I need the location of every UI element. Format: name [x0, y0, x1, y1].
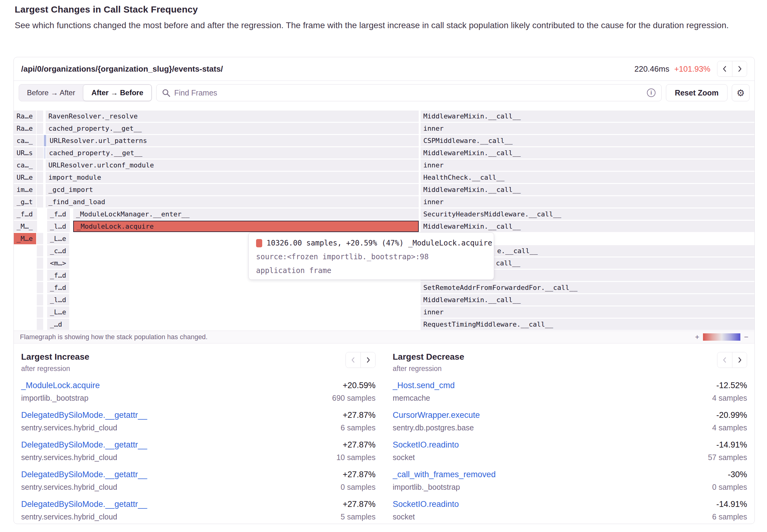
- function-link[interactable]: _call_with_frames_removed: [393, 470, 496, 479]
- flamegraph-frame[interactable]: Ra…e: [14, 111, 36, 122]
- flamegraph-frame[interactable]: [37, 196, 43, 208]
- flamegraph-frame[interactable]: ca…_: [14, 159, 36, 171]
- change-percent: +27.87%: [336, 440, 375, 450]
- flamegraph-frame[interactable]: _…d: [47, 319, 69, 330]
- flamegraph-frame[interactable]: HealthCheck.__call__: [421, 172, 754, 183]
- flamegraph-frame[interactable]: [44, 147, 46, 159]
- flamegraph-row: Ra…eRavenResolver._resolveMiddlewareMixi…: [14, 111, 754, 122]
- info-icon[interactable]: i: [647, 88, 656, 97]
- flamegraph-frame[interactable]: MiddlewareMixin.__call__: [421, 221, 754, 232]
- flamegraph-frame[interactable]: _L…e: [47, 306, 69, 318]
- differential-flamegraph[interactable]: _…dRequestTimingMiddleware.__call___L…ei…: [14, 105, 754, 331]
- increase-prev-button[interactable]: [346, 352, 360, 368]
- flamegraph-frame[interactable]: <m…>: [47, 257, 69, 269]
- flamegraph-frame[interactable]: _M…_: [14, 221, 37, 232]
- flamegraph-frame[interactable]: CSPMiddleware.__call__: [421, 135, 754, 146]
- search-input[interactable]: [156, 84, 662, 101]
- page-description: See which functions changed the most bef…: [15, 19, 731, 32]
- change-percent: +20.59%: [332, 381, 375, 390]
- settings-button[interactable]: ⚙: [732, 84, 750, 101]
- function-link[interactable]: DelegatedBySiloMode.__getattr__: [21, 470, 147, 479]
- flamegraph-frame[interactable]: RavenResolver._resolve: [46, 111, 419, 122]
- flamegraph-frame[interactable]: RequestTimingMiddleware.__call__: [421, 319, 754, 330]
- flamegraph-frame[interactable]: _c…d: [47, 245, 69, 257]
- next-endpoint-button[interactable]: [732, 61, 747, 77]
- flamegraph-frame[interactable]: inner: [421, 306, 754, 318]
- flamegraph-frame[interactable]: [37, 111, 43, 122]
- function-package: importlib._bootstrap: [21, 394, 332, 403]
- flamegraph-frame[interactable]: im…e: [14, 184, 36, 195]
- flamegraph-frame[interactable]: [37, 123, 43, 134]
- flamegraph-frame[interactable]: [37, 147, 43, 159]
- flamegraph-frame[interactable]: MiddlewareMixin.__call__: [421, 111, 754, 122]
- flamegraph-frame[interactable]: SetRemoteAddrFromForwardedFor.__call__: [421, 282, 754, 293]
- flamegraph-frame[interactable]: _f…d: [47, 270, 69, 281]
- flamegraph-frame[interactable]: inner: [421, 196, 754, 208]
- flamegraph-frame[interactable]: MiddlewareMixin.__call__: [421, 294, 754, 305]
- function-link[interactable]: DelegatedBySiloMode.__getattr__: [21, 500, 147, 509]
- flamegraph-frame[interactable]: _l…d: [47, 221, 70, 232]
- flamegraph-frame[interactable]: UR…e: [14, 172, 36, 183]
- flamegraph-frame[interactable]: import_module: [46, 172, 419, 183]
- prev-endpoint-button[interactable]: [717, 61, 732, 77]
- function-link[interactable]: SocketIO.readinto: [393, 440, 459, 450]
- flamegraph-frame[interactable]: [37, 282, 43, 293]
- flamegraph-frame[interactable]: _f…d: [47, 208, 70, 220]
- flamegraph-frame[interactable]: inner: [421, 123, 754, 134]
- flamegraph-frame[interactable]: _L…e: [47, 233, 69, 244]
- flamegraph-frame[interactable]: _find_and_load: [46, 196, 419, 208]
- flamegraph-frame[interactable]: inner: [421, 159, 754, 171]
- flamegraph-frame[interactable]: SecurityHeadersMiddleware.__call__: [421, 208, 754, 220]
- flamegraph-row: Ra…ecached_property.__get__inner: [14, 123, 754, 134]
- flamegraph-frame[interactable]: MiddlewareMixin.__call__: [421, 184, 754, 195]
- flamegraph-frame[interactable]: [37, 306, 43, 318]
- decrease-prev-button[interactable]: [717, 352, 732, 368]
- flamegraph-frame[interactable]: _f…d: [47, 282, 69, 293]
- flamegraph-frame[interactable]: _g…t: [14, 196, 36, 208]
- increase-next-button[interactable]: [360, 352, 375, 368]
- flamegraph-frame[interactable]: [44, 135, 46, 146]
- flamegraph-frame[interactable]: [37, 270, 43, 281]
- flamegraph-frame[interactable]: _l…d: [47, 294, 69, 305]
- flamegraph-frame[interactable]: [37, 294, 43, 305]
- toggle-after-before[interactable]: After → Before: [83, 84, 151, 101]
- flamegraph-frame[interactable]: ca…_: [14, 135, 36, 146]
- flamegraph-frame[interactable]: Ra…e: [14, 123, 36, 134]
- flamegraph-frame[interactable]: [37, 257, 43, 269]
- flamegraph-frame[interactable]: [37, 172, 43, 183]
- function-link[interactable]: _ModuleLock.acquire: [21, 381, 100, 390]
- flamegraph-frame[interactable]: _gcd_import: [46, 184, 419, 195]
- largest-increase-subtitle: after regression: [21, 365, 345, 373]
- flamegraph-frame[interactable]: [37, 245, 43, 257]
- function-link[interactable]: CursorWrapper.execute: [393, 410, 480, 420]
- flamegraph-frame[interactable]: [37, 184, 43, 195]
- change-percent: -14.91%: [708, 440, 747, 450]
- flamegraph-frame[interactable]: _f…d: [14, 208, 37, 220]
- flamegraph-frame-selected[interactable]: _M…e: [14, 233, 36, 244]
- flamegraph-frame[interactable]: cached_property.__get__: [46, 123, 419, 134]
- function-change-item: DelegatedBySiloMode.__getattr__sentry.se…: [21, 410, 375, 432]
- sample-count: 0 samples: [340, 483, 375, 492]
- flamegraph-frame[interactable]: URLResolver.url_patterns: [47, 135, 419, 146]
- flamegraph-frame[interactable]: _ModuleLockManager.__enter__: [73, 208, 419, 220]
- change-percent: -12.52%: [712, 381, 747, 390]
- change-percent: -20.99%: [712, 410, 747, 420]
- function-link[interactable]: DelegatedBySiloMode.__getattr__: [21, 440, 147, 450]
- flamegraph-frame[interactable]: cached_property.__get__: [46, 147, 419, 159]
- flamegraph-frame[interactable]: [37, 159, 43, 171]
- function-link[interactable]: SocketIO.readinto: [393, 500, 459, 509]
- function-link[interactable]: _Host.send_cmd: [393, 381, 455, 390]
- flamegraph-frame[interactable]: [37, 135, 43, 146]
- flamegraph-frame[interactable]: [37, 319, 43, 330]
- change-percent: +27.87%: [340, 500, 375, 509]
- function-link[interactable]: DelegatedBySiloMode.__getattr__: [21, 410, 147, 420]
- flamegraph-frame[interactable]: UR…s: [14, 147, 36, 159]
- page-title: Largest Changes in Call Stack Frequency: [15, 4, 752, 15]
- reset-zoom-button[interactable]: Reset Zoom: [666, 84, 728, 101]
- decrease-next-button[interactable]: [732, 352, 747, 368]
- flamegraph-frame[interactable]: MiddlewareMixin.__call__: [421, 147, 754, 159]
- flamegraph-frame[interactable]: URLResolver.urlconf_module: [46, 159, 419, 171]
- flamegraph-frame[interactable]: [37, 233, 43, 244]
- flamegraph-frame-selected[interactable]: _ModuleLock.acquire: [73, 221, 419, 232]
- toggle-before-after[interactable]: Before → After: [19, 84, 83, 101]
